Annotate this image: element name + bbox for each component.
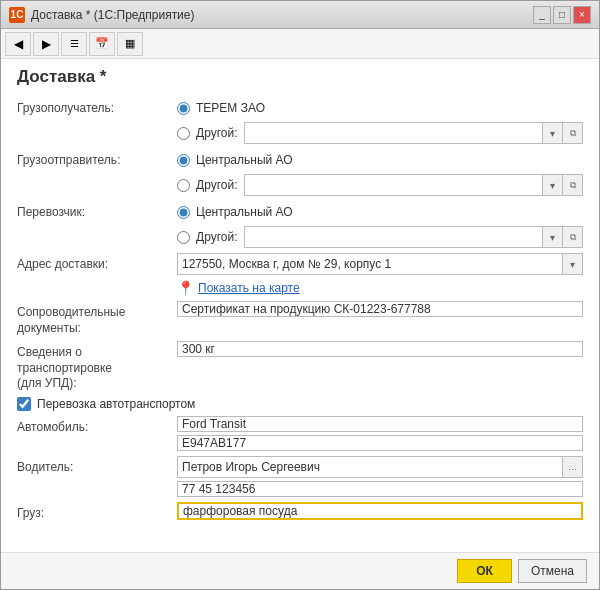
docs-row: Сопроводительные документы: xyxy=(17,301,583,336)
driver-controls: … xyxy=(177,456,583,497)
recipient-other-label: Другой: xyxy=(196,126,238,140)
auto-controls xyxy=(177,416,583,451)
main-window: 1C Доставка * (1С:Предприятие) _ □ × ◀ ▶… xyxy=(0,0,600,590)
carrier-row: Перевозчик: Центральный АО Другой: ▾ ⧉ xyxy=(17,201,583,248)
driver-name-input[interactable] xyxy=(177,456,563,478)
carrier-other-input-group: ▾ ⧉ xyxy=(244,226,584,248)
address-input[interactable] xyxy=(177,253,563,275)
window-controls: _ □ × xyxy=(533,6,591,24)
transport-row: Сведения о транспортировке(для УПД): xyxy=(17,341,583,392)
recipient-open-btn[interactable]: ⧉ xyxy=(563,122,583,144)
carrier-open-btn[interactable]: ⧉ xyxy=(563,226,583,248)
recipient-main-radio[interactable] xyxy=(177,102,190,115)
calendar-button[interactable]: 📅 xyxy=(89,32,115,56)
recipient-other-radio[interactable] xyxy=(177,127,190,140)
toolbar: ◀ ▶ ☰ 📅 ▦ xyxy=(1,29,599,59)
map-link-row: 📍 Показать на карте xyxy=(177,280,583,296)
recipient-main-label: ТЕРЕМ ЗАО xyxy=(196,101,265,115)
cancel-button[interactable]: Отмена xyxy=(518,559,587,583)
cargo-row: Груз: xyxy=(17,502,583,526)
forward-button[interactable]: ▶ xyxy=(33,32,59,56)
address-controls: ▾ 📍 Показать на карте xyxy=(177,253,583,296)
carrier-main-radio[interactable] xyxy=(177,206,190,219)
window-title: Доставка * (1С:Предприятие) xyxy=(31,8,533,22)
recipient-controls: ТЕРЕМ ЗАО Другой: ▾ ⧉ xyxy=(177,97,583,144)
minimize-button[interactable]: _ xyxy=(533,6,551,24)
cargo-input[interactable] xyxy=(177,502,583,520)
driver-open-btn[interactable]: … xyxy=(563,456,583,478)
auto-transport-checkbox-row: Перевозка автотранспортом xyxy=(17,397,583,411)
auto-transport-label: Перевозка автотранспортом xyxy=(37,397,195,411)
sender-label: Грузоотправитель: xyxy=(17,149,177,167)
carrier-other-radio[interactable] xyxy=(177,231,190,244)
recipient-main-radio-row: ТЕРЕМ ЗАО xyxy=(177,97,583,119)
docs-controls xyxy=(177,301,583,317)
cargo-label: Груз: xyxy=(17,502,177,520)
recipient-dropdown-btn[interactable]: ▾ xyxy=(543,122,563,144)
docs-label: Сопроводительные документы: xyxy=(17,301,177,336)
auto-transport-checkbox[interactable] xyxy=(17,397,31,411)
back-button[interactable]: ◀ xyxy=(5,32,31,56)
table-button[interactable]: ▦ xyxy=(117,32,143,56)
carrier-main-label: Центральный АО xyxy=(196,205,293,219)
driver-input-group: … xyxy=(177,456,583,478)
driver-row: Водитель: … xyxy=(17,456,583,497)
transport-controls xyxy=(177,341,583,357)
title-bar: 1C Доставка * (1С:Предприятие) _ □ × xyxy=(1,1,599,29)
sender-row: Грузоотправитель: Центральный АО Другой:… xyxy=(17,149,583,196)
carrier-controls: Центральный АО Другой: ▾ ⧉ xyxy=(177,201,583,248)
sender-other-radio[interactable] xyxy=(177,179,190,192)
driver-label: Водитель: xyxy=(17,456,177,474)
menu-button[interactable]: ☰ xyxy=(61,32,87,56)
cargo-controls xyxy=(177,502,583,520)
recipient-other-input[interactable] xyxy=(244,122,544,144)
recipient-row: Грузополучатель: ТЕРЕМ ЗАО Другой: ▾ ⧉ xyxy=(17,97,583,144)
sender-open-btn[interactable]: ⧉ xyxy=(563,174,583,196)
transport-label: Сведения о транспортировке(для УПД): xyxy=(17,341,177,392)
address-row: Адрес доставки: ▾ 📍 Показать на карте xyxy=(17,253,583,296)
address-input-group: ▾ xyxy=(177,253,583,275)
carrier-other-input[interactable] xyxy=(244,226,544,248)
auto-label: Автомобиль: xyxy=(17,416,177,434)
sender-main-radio[interactable] xyxy=(177,154,190,167)
carrier-other-label: Другой: xyxy=(196,230,238,244)
sender-other-input-group: ▾ ⧉ xyxy=(244,174,584,196)
carrier-label: Перевозчик: xyxy=(17,201,177,219)
auto-model-input[interactable] xyxy=(177,416,583,432)
sender-other-label: Другой: xyxy=(196,178,238,192)
maximize-button[interactable]: □ xyxy=(553,6,571,24)
sender-other-row: Другой: ▾ ⧉ xyxy=(177,174,583,196)
form-content: Грузополучатель: ТЕРЕМ ЗАО Другой: ▾ ⧉ xyxy=(1,93,599,552)
recipient-other-input-group: ▾ ⧉ xyxy=(244,122,584,144)
address-label: Адрес доставки: xyxy=(17,253,177,271)
app-icon: 1C xyxy=(9,7,25,23)
carrier-other-row: Другой: ▾ ⧉ xyxy=(177,226,583,248)
sender-dropdown-btn[interactable]: ▾ xyxy=(543,174,563,196)
auto-row: Автомобиль: xyxy=(17,416,583,451)
carrier-dropdown-btn[interactable]: ▾ xyxy=(543,226,563,248)
ok-button[interactable]: ОК xyxy=(457,559,512,583)
auto-number-input[interactable] xyxy=(177,435,583,451)
address-dropdown-btn[interactable]: ▾ xyxy=(563,253,583,275)
sender-other-input[interactable] xyxy=(244,174,544,196)
transport-input[interactable] xyxy=(177,341,583,357)
docs-input[interactable] xyxy=(177,301,583,317)
sender-controls: Центральный АО Другой: ▾ ⧉ xyxy=(177,149,583,196)
page-title: Доставка * xyxy=(1,59,599,93)
close-button[interactable]: × xyxy=(573,6,591,24)
driver-doc-input[interactable] xyxy=(177,481,583,497)
map-pin-icon: 📍 xyxy=(177,280,194,296)
recipient-other-row: Другой: ▾ ⧉ xyxy=(177,122,583,144)
recipient-label: Грузополучатель: xyxy=(17,97,177,115)
sender-main-radio-row: Центральный АО xyxy=(177,149,583,171)
sender-main-label: Центральный АО xyxy=(196,153,293,167)
carrier-main-radio-row: Центральный АО xyxy=(177,201,583,223)
map-link[interactable]: Показать на карте xyxy=(198,281,300,295)
bottom-bar: ОК Отмена xyxy=(1,552,599,589)
